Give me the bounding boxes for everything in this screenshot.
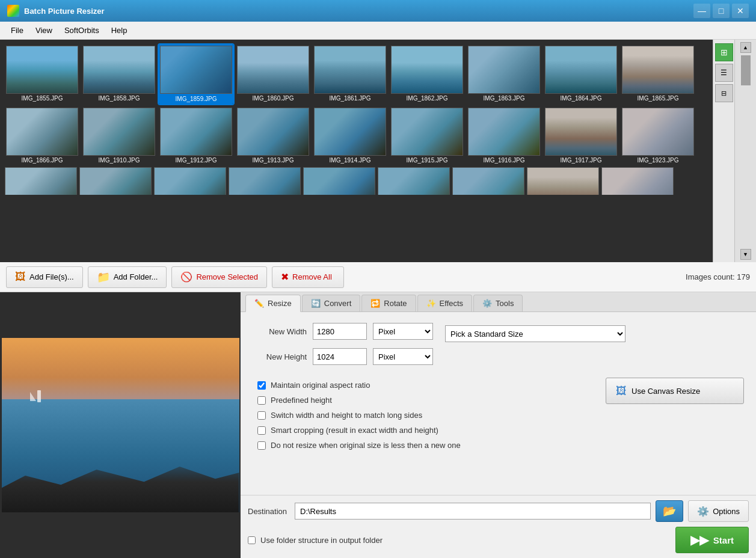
thumbnail-item[interactable]: IMG_1855.JPG [5,44,79,104]
thumbnail-image [468,108,540,156]
gallery-area: IMG_1855.JPGIMG_1858.JPGIMG_1859.JPGIMG_… [0,40,756,262]
thumbnail-item[interactable]: IMG_1916.JPG [467,106,541,165]
thumbnail-item[interactable]: IMG_1866.JPG [5,106,79,165]
thumbnail-label: IMG_1862.JPG [391,95,463,102]
thumbnail-item[interactable]: IMG_1917.JPG [544,106,618,165]
smart-crop-checkbox[interactable] [257,426,266,435]
menu-bar: File View SoftOrbits Help [0,22,756,40]
menu-view[interactable]: View [29,23,58,37]
start-button[interactable]: ▶▶ Start [675,527,749,553]
thumbnail-image-partial [303,167,375,195]
thumbnail-item-partial[interactable] [452,167,524,195]
thumbnail-image-partial [601,167,674,195]
scroll-down-button[interactable]: ▼ [740,249,751,260]
thumbnail-item-partial[interactable] [5,167,77,195]
thumbnail-item-partial[interactable] [378,167,450,195]
thumbnail-item[interactable]: IMG_1858.JPG [82,44,156,104]
menu-softorbits[interactable]: SoftOrbits [58,23,105,37]
thumbnail-item[interactable]: IMG_1913.JPG [236,106,310,165]
width-input[interactable] [313,323,367,340]
tab-tools[interactable]: ⚙️ Tools [473,295,523,311]
close-button[interactable]: ✕ [732,4,749,18]
thumbnail-label: IMG_1860.JPG [237,95,309,102]
images-count: Images count: 179 [686,272,750,281]
width-unit-select[interactable]: Pixel Percent Inch cm [373,323,433,340]
tab-effects[interactable]: ✨ Effects [417,295,473,311]
menu-file[interactable]: File [5,23,29,37]
thumbnail-item-partial[interactable] [79,167,152,195]
thumbnail-item[interactable]: IMG_1915.JPG [390,106,464,165]
remove-selected-icon: 🚫 [180,271,192,283]
resize-tab-label: Resize [268,299,292,308]
predefined-height-label[interactable]: Predefined height [271,396,332,405]
height-unit-select[interactable]: Pixel Percent Inch cm [373,348,433,365]
menu-help[interactable]: Help [105,23,134,37]
browse-icon: 📂 [663,504,676,518]
options-button[interactable]: ⚙️ Options [688,500,749,522]
thumbnail-item[interactable]: IMG_1923.JPG [621,106,695,165]
thumbnail-item-partial[interactable] [527,167,599,195]
thumbnail-view-button[interactable]: ⊞ [715,43,733,61]
grid-view-button[interactable]: ⊟ [715,84,733,102]
tab-convert[interactable]: 🔄 Convert [302,295,361,311]
thumbnail-item[interactable]: IMG_1864.JPG [544,44,618,104]
thumbnail-item-partial[interactable] [229,167,301,195]
thumbnail-image [160,108,232,156]
thumbnail-label: IMG_1863.JPG [468,95,540,102]
minimize-button[interactable]: — [693,4,710,18]
thumbnail-label: IMG_1858.JPG [83,95,155,102]
canvas-resize-button[interactable]: 🖼 Use Canvas Resize [606,378,744,404]
gear-icon: ⚙️ [697,506,709,517]
remove-selected-button[interactable]: 🚫 Remove Selected [171,266,267,288]
thumbnail-image [83,46,155,94]
folder-structure-checkbox[interactable] [248,536,256,544]
rotate-tab-label: Rotate [384,299,407,308]
switch-sides-label[interactable]: Switch width and height to match long si… [271,411,422,420]
thumbnail-item[interactable]: IMG_1912.JPG [159,106,233,165]
remove-all-button[interactable]: ✖ Remove All [272,266,344,288]
no-upscale-label[interactable]: Do not resize when original size is less… [271,441,461,450]
standard-size-select[interactable]: Pick a Standard Size [445,325,625,342]
predefined-height-checkbox[interactable] [257,396,266,405]
thumbnail-item[interactable]: IMG_1863.JPG [467,44,541,104]
add-files-button[interactable]: 🖼 Add File(s)... [6,266,83,288]
thumbnail-item-partial[interactable] [601,167,674,195]
thumbnail-item[interactable]: IMG_1865.JPG [621,44,695,104]
height-label: New Height [253,352,307,361]
thumbnail-item[interactable]: IMG_1860.JPG [236,44,310,104]
smart-crop-row: Smart cropping (result in exact width an… [253,426,461,435]
thumbnail-image [622,108,694,156]
thumbnail-image [468,46,540,94]
maintain-aspect-label[interactable]: Maintain original aspect ratio [271,381,370,390]
settings-panel: ✏️ Resize 🔄 Convert 🔁 Rotate ✨ Effects ⚙… [241,292,756,558]
tab-resize[interactable]: ✏️ Resize [245,295,301,312]
browse-destination-button[interactable]: 📂 [656,500,683,522]
thumbnail-image-partial [79,167,152,195]
add-folder-button[interactable]: 📁 Add Folder... [88,266,167,288]
scroll-up-button[interactable]: ▲ [740,42,751,53]
no-upscale-checkbox[interactable] [257,441,266,450]
rotate-tab-icon: 🔁 [370,299,380,308]
smart-crop-label[interactable]: Smart cropping (result in exact width an… [271,426,438,435]
maintain-aspect-checkbox[interactable] [257,381,266,390]
height-input[interactable] [313,348,367,365]
switch-sides-checkbox[interactable] [257,411,266,420]
folder-structure-label[interactable]: Use folder structure in output folder [260,536,383,545]
thumbnail-item[interactable]: IMG_1861.JPG [313,44,387,104]
thumbnail-item-partial[interactable] [303,167,375,195]
maximize-button[interactable]: □ [713,4,730,18]
thumbnail-label: IMG_1912.JPG [160,157,232,164]
thumbnail-item[interactable]: IMG_1862.JPG [390,44,464,104]
scroll-thumb [741,55,751,85]
destination-input[interactable] [295,503,651,520]
thumbnail-item[interactable]: IMG_1859.JPG [159,44,233,104]
thumbnail-item[interactable]: IMG_1914.JPG [313,106,387,165]
thumbnail-label: IMG_1859.JPG [160,95,232,103]
effects-tab-icon: ✨ [426,299,436,308]
tab-rotate[interactable]: 🔁 Rotate [361,295,416,311]
thumbnail-item-partial[interactable] [154,167,226,195]
remove-all-label: Remove All [292,272,332,281]
thumbnail-item[interactable]: IMG_1910.JPG [82,106,156,165]
list-view-button[interactable]: ☰ [715,64,733,82]
resize-settings: New Width Pixel Percent Inch cm New Heig… [241,312,756,495]
